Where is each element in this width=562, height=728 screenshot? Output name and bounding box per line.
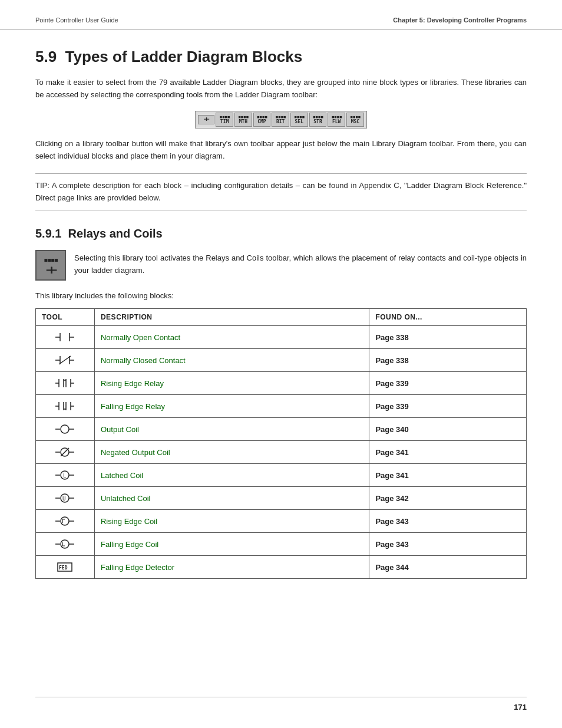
subsection-heading: Relays and Coils <box>68 227 163 240</box>
table-cell-description: Falling Edge Detector <box>94 556 369 579</box>
table-cell-found: Page 339 <box>369 395 527 418</box>
table-row: Falling Edge RelayPage 339 <box>36 395 527 418</box>
table-cell-description: Output Coil <box>94 418 369 441</box>
col-header-tool: TOOL <box>36 309 95 326</box>
table-cell-tool <box>36 372 95 395</box>
toolbar-image: ⊣⊢ ▪▪▪▪ TIM ▪▪▪▪ MTH ▪▪▪▪ CMP ▪▪▪▪ BI <box>35 111 527 129</box>
page: Pointe Controller User Guide Chapter 5: … <box>0 0 562 728</box>
page-number: 171 <box>514 703 527 711</box>
table-cell-description: Falling Edge Relay <box>94 395 369 418</box>
svg-point-42 <box>61 540 69 548</box>
description-link[interactable]: Unlatched Coil <box>101 494 151 503</box>
description-link[interactable]: Rising Edge Relay <box>101 379 164 388</box>
table-cell-found: Page 339 <box>369 372 527 395</box>
relay-description: Selecting this library tool activates th… <box>74 250 527 277</box>
table-cell-tool <box>36 533 95 556</box>
includes-text: This library includes the following bloc… <box>35 291 527 300</box>
tip-text: TIP: A complete description for each blo… <box>35 181 527 202</box>
description-link[interactable]: Normally Open Contact <box>101 333 180 342</box>
col-header-found: FOUND ON... <box>369 309 527 326</box>
svg-line-8 <box>59 356 71 364</box>
svg-point-39 <box>61 517 69 525</box>
table-header: TOOL DESCRIPTION FOUND ON... <box>36 309 527 326</box>
subsection-number: 5.9.1 <box>35 227 61 240</box>
table-row: Rising Edge CoilPage 343 <box>36 510 527 533</box>
table-row: Rising Edge RelayPage 339 <box>36 372 527 395</box>
table-cell-description: Latched Coil <box>94 464 369 487</box>
table-cell-found: Page 341 <box>369 464 527 487</box>
toolbar-box: ⊣⊢ ▪▪▪▪ TIM ▪▪▪▪ MTH ▪▪▪▪ CMP ▪▪▪▪ BI <box>195 111 367 129</box>
toolbar-btn-cmp: ▪▪▪▪ CMP <box>253 113 271 127</box>
table-cell-tool <box>36 349 95 372</box>
col-header-description: DESCRIPTION <box>94 309 369 326</box>
table-header-row: TOOL DESCRIPTION FOUND ON... <box>36 309 527 326</box>
subsection-title: 5.9.1 Relays and Coils <box>35 227 527 241</box>
table-row: Falling Edge CoilPage 343 <box>36 533 527 556</box>
table-cell-found: Page 341 <box>369 441 527 464</box>
svg-text:FED: FED <box>59 565 68 571</box>
intro-paragraph-2: Clicking on a library toolbar button wil… <box>35 138 527 163</box>
section-number: 5.9 <box>35 48 57 65</box>
table-cell-tool <box>36 441 95 464</box>
table-cell-tool <box>36 418 95 441</box>
table-cell-found: Page 343 <box>369 533 527 556</box>
toolbar-btn-flw: ▪▪▪▪ FLW <box>328 113 345 127</box>
table-cell-description: Normally Open Contact <box>94 326 369 349</box>
table-cell-description: Unlatched Coil <box>94 487 369 510</box>
description-link[interactable]: Falling Edge Coil <box>101 540 158 549</box>
table-cell-tool <box>36 510 95 533</box>
table-cell-found: Page 338 <box>369 326 527 349</box>
intro-paragraph-1: To make it easier to select from the 79 … <box>35 77 527 101</box>
description-link[interactable]: Falling Edge Detector <box>101 563 174 572</box>
table-row: U Unlatched CoilPage 342 <box>36 487 527 510</box>
toolbar-btn-str: ▪▪▪▪ STR <box>309 113 327 127</box>
table-cell-tool: L <box>36 464 95 487</box>
toolbar-btn-relay: ⊣⊢ <box>198 115 214 124</box>
table-cell-description: Negated Output Coil <box>94 441 369 464</box>
toolbar-btn-bit: ▪▪▪▪ BIT <box>272 113 289 127</box>
table-cell-tool <box>36 395 95 418</box>
table-body: Normally Open ContactPage 338 Normally C… <box>36 326 527 579</box>
table-row: L Latched CoilPage 341 <box>36 464 527 487</box>
table-row: Output CoilPage 340 <box>36 418 527 441</box>
table-row: FED Falling Edge DetectorPage 344 <box>36 556 527 579</box>
description-link[interactable]: Normally Closed Contact <box>101 356 186 365</box>
table-cell-tool <box>36 326 95 349</box>
table-cell-description: Rising Edge Relay <box>94 372 369 395</box>
table-cell-tool: U <box>36 487 95 510</box>
description-link[interactable]: Negated Output Coil <box>101 448 170 457</box>
toolbar-btn-tim: ▪▪▪▪ TIM <box>216 113 233 127</box>
table-cell-found: Page 343 <box>369 510 527 533</box>
table-row: Normally Open ContactPage 338 <box>36 326 527 349</box>
blocks-table: TOOL DESCRIPTION FOUND ON... Normally Op… <box>35 308 527 579</box>
description-link[interactable]: Output Coil <box>101 425 139 434</box>
description-link[interactable]: Rising Edge Coil <box>101 517 157 526</box>
relay-intro: ▪▪▪▪ ⊣⊢ Selecting this library tool acti… <box>35 250 527 281</box>
section-heading: Types of Ladder Diagram Blocks <box>65 48 303 65</box>
svg-text:L: L <box>63 473 66 479</box>
table-cell-found: Page 342 <box>369 487 527 510</box>
relay-tool-icon: ▪▪▪▪ ⊣⊢ <box>35 250 66 281</box>
description-link[interactable]: Latched Coil <box>101 471 143 480</box>
tip-box: TIP: A complete description for each blo… <box>35 173 527 211</box>
toolbar-btn-mth: ▪▪▪▪ MTH <box>234 113 252 127</box>
table-cell-found: Page 340 <box>369 418 527 441</box>
toolbar-btn-msc: ▪▪▪▪ MSC <box>346 113 364 127</box>
table-cell-description: Falling Edge Coil <box>94 533 369 556</box>
table-row: Negated Output CoilPage 341 <box>36 441 527 464</box>
page-header: Pointe Controller User Guide Chapter 5: … <box>0 0 562 30</box>
table-cell-tool: FED <box>36 556 95 579</box>
table-cell-found: Page 344 <box>369 556 527 579</box>
table-cell-found: Page 338 <box>369 349 527 372</box>
table-row: Normally Closed ContactPage 338 <box>36 349 527 372</box>
svg-point-24 <box>61 425 69 433</box>
header-right: Chapter 5: Developing Controller Program… <box>393 17 527 24</box>
svg-text:U: U <box>62 496 65 502</box>
header-left: Pointe Controller User Guide <box>35 17 118 24</box>
section-title: 5.9 Types of Ladder Diagram Blocks <box>35 48 527 66</box>
table-cell-description: Rising Edge Coil <box>94 510 369 533</box>
footer-line <box>35 697 527 697</box>
table-cell-description: Normally Closed Contact <box>94 349 369 372</box>
description-link[interactable]: Falling Edge Relay <box>101 402 165 411</box>
page-content: 5.9 Types of Ladder Diagram Blocks To ma… <box>0 30 562 602</box>
